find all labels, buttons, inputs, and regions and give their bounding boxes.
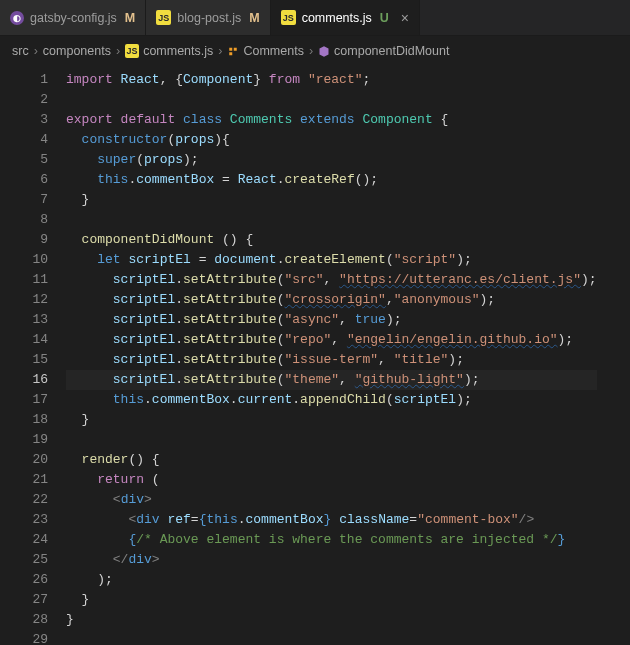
line-number: 25 — [0, 550, 48, 570]
code-line[interactable]: constructor(props){ — [66, 130, 597, 150]
line-number: 5 — [0, 150, 48, 170]
code-line[interactable] — [66, 630, 597, 645]
vcs-badge: M — [249, 8, 259, 28]
code-line[interactable]: componentDidMount () { — [66, 230, 597, 250]
line-number: 7 — [0, 190, 48, 210]
code-line[interactable]: } — [66, 190, 597, 210]
line-number: 29 — [0, 630, 48, 645]
line-number: 11 — [0, 270, 48, 290]
line-number: 21 — [0, 470, 48, 490]
code-line[interactable]: export default class Comments extends Co… — [66, 110, 597, 130]
line-number: 24 — [0, 530, 48, 550]
code-line[interactable]: } — [66, 410, 597, 430]
code-line[interactable] — [66, 430, 597, 450]
code-line[interactable]: <div ref={this.commentBox} className="co… — [66, 510, 597, 530]
breadcrumb[interactable]: src›components›JScomments.js›Comments›co… — [0, 36, 630, 66]
line-number: 27 — [0, 590, 48, 610]
code-line[interactable]: } — [66, 590, 597, 610]
code-line[interactable]: <div> — [66, 490, 597, 510]
line-number: 14 — [0, 330, 48, 350]
line-number: 8 — [0, 210, 48, 230]
tab-gatsby-config-js[interactable]: ◐gatsby-config.jsM — [0, 0, 146, 35]
line-number: 22 — [0, 490, 48, 510]
code-line[interactable]: scriptEl.setAttribute("crossorigin","ano… — [66, 290, 597, 310]
code-line[interactable]: </div> — [66, 550, 597, 570]
line-number: 23 — [0, 510, 48, 530]
line-number: 3 — [0, 110, 48, 130]
chevron-right-icon: › — [308, 41, 314, 61]
line-number: 1 — [0, 70, 48, 90]
tab-label: gatsby-config.js — [30, 8, 117, 28]
code-editor[interactable]: 1234567891011121314151617181920212223242… — [0, 66, 630, 645]
line-number: 19 — [0, 430, 48, 450]
breadcrumb-item[interactable]: components — [43, 41, 111, 61]
code-line[interactable] — [66, 210, 597, 230]
code-line[interactable]: this.commentBox.current.appendChild(scri… — [66, 390, 597, 410]
line-number: 20 — [0, 450, 48, 470]
line-number: 12 — [0, 290, 48, 310]
code-area[interactable]: import React, {Component} from "react";e… — [66, 66, 597, 645]
line-number: 13 — [0, 310, 48, 330]
breadcrumb-item[interactable]: src — [12, 41, 29, 61]
code-line[interactable]: {/* Above element is where the comments … — [66, 530, 597, 550]
line-number: 16 — [0, 370, 48, 390]
line-gutter: 1234567891011121314151617181920212223242… — [0, 66, 66, 645]
line-number: 15 — [0, 350, 48, 370]
code-line[interactable] — [66, 90, 597, 110]
line-number: 28 — [0, 610, 48, 630]
line-number: 17 — [0, 390, 48, 410]
js-file-icon: JS — [125, 44, 139, 58]
line-number: 18 — [0, 410, 48, 430]
code-line[interactable]: scriptEl.setAttribute("async", true); — [66, 310, 597, 330]
code-line[interactable]: scriptEl.setAttribute("issue-term", "tit… — [66, 350, 597, 370]
tab-comments-js[interactable]: JScomments.jsU× — [271, 0, 420, 35]
tab-bar: ◐gatsby-config.jsMJSblog-post.jsMJScomme… — [0, 0, 630, 36]
gatsby-icon: ◐ — [10, 11, 24, 25]
js-file-icon: JS — [156, 10, 171, 25]
tab-blog-post-js[interactable]: JSblog-post.jsM — [146, 0, 270, 35]
code-line[interactable]: scriptEl.setAttribute("src", "https://ut… — [66, 270, 597, 290]
code-line[interactable]: render() { — [66, 450, 597, 470]
breadcrumb-item[interactable]: Comments — [243, 41, 303, 61]
breadcrumb-item[interactable]: componentDidMount — [334, 41, 449, 61]
close-icon[interactable]: × — [401, 11, 409, 25]
code-line[interactable]: } — [66, 610, 597, 630]
chevron-right-icon: › — [33, 41, 39, 61]
vcs-badge: M — [125, 8, 135, 28]
code-line[interactable]: scriptEl.setAttribute("theme", "github-l… — [66, 370, 597, 390]
symbol-class-icon — [227, 45, 239, 57]
code-line[interactable]: import React, {Component} from "react"; — [66, 70, 597, 90]
line-number: 10 — [0, 250, 48, 270]
chevron-right-icon: › — [115, 41, 121, 61]
line-number: 2 — [0, 90, 48, 110]
code-line[interactable]: this.commentBox = React.createRef(); — [66, 170, 597, 190]
chevron-right-icon: › — [217, 41, 223, 61]
tab-label: comments.js — [302, 8, 372, 28]
js-file-icon: JS — [281, 10, 296, 25]
tab-label: blog-post.js — [177, 8, 241, 28]
code-line[interactable]: scriptEl.setAttribute("repo", "engelin/e… — [66, 330, 597, 350]
code-line[interactable]: let scriptEl = document.createElement("s… — [66, 250, 597, 270]
breadcrumb-item[interactable]: comments.js — [143, 41, 213, 61]
code-line[interactable]: ); — [66, 570, 597, 590]
symbol-method-icon — [318, 45, 330, 57]
line-number: 26 — [0, 570, 48, 590]
line-number: 6 — [0, 170, 48, 190]
line-number: 9 — [0, 230, 48, 250]
vcs-badge: U — [380, 8, 389, 28]
code-line[interactable]: return ( — [66, 470, 597, 490]
code-line[interactable]: super(props); — [66, 150, 597, 170]
line-number: 4 — [0, 130, 48, 150]
